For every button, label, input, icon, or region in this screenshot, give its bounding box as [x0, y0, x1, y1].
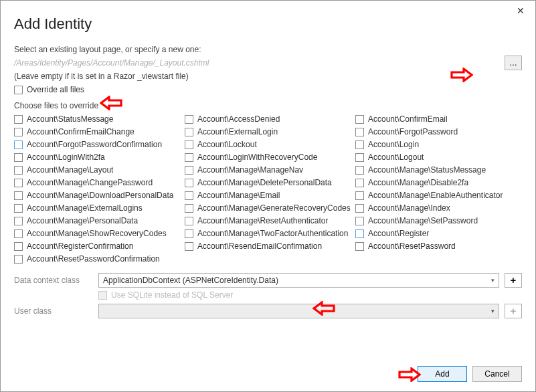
file-checkbox[interactable] [14, 115, 23, 124]
file-checkbox-row[interactable]: Account\Manage\DownloadPersonalData [14, 191, 181, 200]
file-checkbox[interactable] [14, 166, 23, 175]
file-checkbox[interactable] [355, 140, 364, 149]
file-checkbox[interactable] [14, 153, 23, 162]
file-checkbox[interactable] [185, 204, 193, 213]
file-label: Account\LoginWith2fa [27, 153, 105, 162]
file-checkbox-row[interactable]: Account\Manage\ManageNav [185, 165, 351, 175]
file-checkbox[interactable] [14, 217, 23, 225]
file-checkbox[interactable] [355, 115, 364, 124]
file-checkbox-row[interactable]: Account\Manage\EnableAuthenticator [355, 191, 522, 200]
file-checkbox[interactable] [185, 191, 193, 200]
file-checkbox-row[interactable]: Account\ForgotPasswordConfirmation [14, 140, 181, 149]
file-checkbox-row[interactable]: Account\Manage\Disable2fa [355, 178, 522, 187]
file-checkbox[interactable] [14, 255, 23, 264]
browse-button[interactable]: … [505, 56, 522, 70]
file-checkbox-row[interactable]: Account\ExternalLogin [185, 127, 351, 136]
file-checkbox-row[interactable]: Account\Manage\Email [185, 191, 351, 200]
file-label: Account\Manage\ExternalLogins [27, 203, 143, 213]
file-checkbox[interactable] [14, 140, 23, 149]
file-checkbox-row[interactable]: Account\ResetPasswordConfirmation [14, 254, 181, 264]
file-checkbox[interactable] [355, 153, 364, 162]
override-all-row[interactable]: Override all files [14, 85, 522, 94]
file-checkbox-row[interactable]: Account\Manage\PersonalData [14, 216, 181, 225]
file-checkbox-row[interactable]: Account\ConfirmEmail [355, 114, 522, 124]
data-context-combo[interactable]: ApplicationDbContext (ASPNetCoreIdentity… [98, 273, 499, 288]
file-checkbox-row[interactable]: Account\Manage\StatusMessage [355, 165, 522, 175]
file-label: Account\Manage\Index [368, 203, 450, 213]
file-label: Account\Manage\ManageNav [197, 165, 303, 175]
file-checkbox[interactable] [14, 204, 23, 213]
file-label: Account\Login [368, 140, 419, 149]
close-button[interactable]: ✕ [513, 5, 529, 17]
file-checkbox[interactable] [185, 166, 193, 175]
data-context-value: ApplicationDbContext (ASPNetCoreIdentity… [103, 276, 278, 285]
file-checkbox[interactable] [185, 153, 193, 162]
file-label: Account\Manage\ChangePassword [27, 178, 153, 187]
file-label: Account\Manage\TwoFactorAuthentication [197, 229, 348, 238]
file-checkbox[interactable] [355, 179, 364, 187]
file-checkbox-row[interactable]: Account\RegisterConfirmation [14, 241, 181, 251]
use-sqlite-label: Use SQLite instead of SQL Server [111, 290, 233, 300]
data-context-label: Data context class [14, 276, 93, 285]
file-checkbox-row [185, 254, 351, 264]
file-checkbox-row[interactable]: Account\Manage\TwoFactorAuthentication [185, 229, 351, 238]
file-checkbox-row [355, 254, 522, 264]
file-checkbox[interactable] [355, 166, 364, 175]
file-checkbox-row[interactable]: Account\AccessDenied [185, 114, 351, 124]
file-checkbox-row[interactable]: Account\Register [355, 229, 522, 238]
file-checkbox-row[interactable]: Account\LoginWithRecoveryCode [185, 153, 351, 162]
add-user-class-button: + [505, 304, 522, 318]
file-label: Account\ForgotPassword [368, 127, 458, 136]
file-checkbox[interactable] [355, 217, 364, 225]
cancel-button[interactable]: Cancel [472, 366, 522, 382]
file-label: Account\Manage\Layout [27, 165, 113, 175]
file-checkbox[interactable] [185, 115, 193, 124]
file-checkbox-row[interactable]: Account\Manage\Layout [14, 165, 181, 175]
layout-path-input[interactable]: /Areas/Identity/Pages/Account/Manage/_La… [14, 57, 499, 69]
file-checkbox-row[interactable]: Account\ResetPassword [355, 241, 522, 251]
file-checkbox-row[interactable]: Account\Logout [355, 153, 522, 162]
file-grid: Account\StatusMessageAccount\AccessDenie… [14, 114, 522, 264]
file-checkbox-row[interactable]: Account\Login [355, 140, 522, 149]
file-label: Account\ResendEmailConfirmation [197, 241, 322, 251]
file-checkbox-row[interactable]: Account\StatusMessage [14, 114, 181, 124]
file-checkbox-row[interactable]: Account\Lockout [185, 140, 351, 149]
file-checkbox-row[interactable]: Account\Manage\ShowRecoveryCodes [14, 229, 181, 238]
file-checkbox[interactable] [14, 242, 23, 251]
override-all-label: Override all files [27, 85, 84, 94]
file-checkbox[interactable] [185, 242, 193, 251]
file-checkbox[interactable] [355, 191, 364, 200]
file-checkbox[interactable] [185, 229, 193, 238]
file-checkbox-row[interactable]: Account\ConfirmEmailChange [14, 127, 181, 136]
dialog-title: Add Identity [14, 15, 522, 33]
file-checkbox-row[interactable]: Account\Manage\ChangePassword [14, 178, 181, 187]
file-checkbox-row[interactable]: Account\Manage\ResetAuthenticator [185, 216, 351, 225]
file-checkbox-row[interactable]: Account\ForgotPassword [355, 127, 522, 136]
file-label: Account\ConfirmEmail [368, 114, 448, 124]
file-label: Account\Lockout [197, 140, 257, 149]
file-checkbox[interactable] [14, 229, 23, 238]
file-checkbox[interactable] [185, 140, 193, 149]
file-checkbox-row[interactable]: Account\Manage\GenerateRecoveryCodes [185, 203, 351, 213]
file-checkbox[interactable] [185, 128, 193, 136]
file-checkbox[interactable] [14, 191, 23, 200]
file-checkbox[interactable] [185, 179, 193, 187]
file-label: Account\StatusMessage [27, 114, 113, 124]
file-label: Account\Register [368, 229, 429, 238]
file-checkbox-row[interactable]: Account\Manage\DeletePersonalData [185, 178, 351, 187]
file-checkbox[interactable] [355, 229, 364, 238]
override-all-checkbox[interactable] [14, 86, 23, 94]
file-checkbox-row[interactable]: Account\Manage\SetPassword [355, 216, 522, 225]
file-checkbox[interactable] [185, 217, 193, 225]
file-checkbox[interactable] [14, 128, 23, 136]
file-checkbox[interactable] [355, 128, 364, 136]
file-checkbox[interactable] [355, 242, 364, 251]
add-data-context-button[interactable]: + [505, 273, 522, 288]
add-button[interactable]: Add [418, 366, 467, 382]
file-checkbox-row[interactable]: Account\ResendEmailConfirmation [185, 241, 351, 251]
file-checkbox[interactable] [355, 204, 364, 213]
file-checkbox-row[interactable]: Account\Manage\Index [355, 203, 522, 213]
file-checkbox-row[interactable]: Account\LoginWith2fa [14, 153, 181, 162]
file-checkbox[interactable] [14, 179, 23, 187]
file-checkbox-row[interactable]: Account\Manage\ExternalLogins [14, 203, 181, 213]
